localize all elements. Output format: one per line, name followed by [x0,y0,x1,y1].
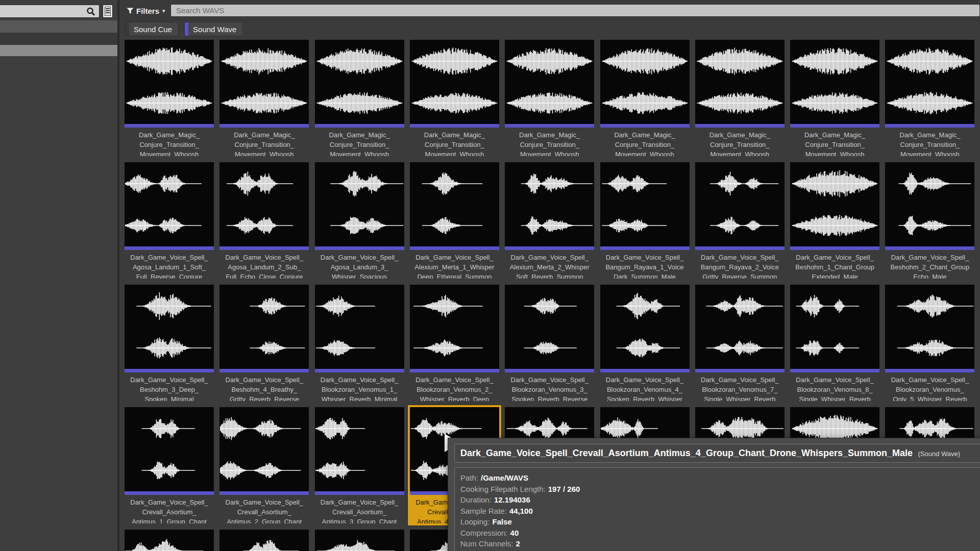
asset-tile[interactable]: Dark_Game_Voice_Spell_Agosa_Landum_3_Whi… [315,162,404,279]
asset-tile[interactable]: Dark_Game_Magic_Conjure_Transition_Movem… [600,40,690,156]
asset-tile[interactable]: Dark_Game_Voice_Spell_Crevall_Asortium_A… [315,407,404,523]
waveform-thumbnail [600,162,690,250]
asset-tile[interactable]: Dark_Game_Voice_Spell_Beshohm_3_Deep_Spo… [125,285,214,401]
waveform-thumbnail [315,40,404,128]
asset-type-color-bar [125,246,214,250]
waveform-thumbnail [695,162,785,250]
asset-tile[interactable]: Dark_Game_Magic_Conjure_Transition_Movem… [125,40,214,156]
asset-type-color-bar [505,369,594,372]
waveform-thumbnail [885,285,974,372]
waveform-thumbnail [125,285,214,372]
asset-type-color-bar [505,246,594,250]
asset-type-color-bar [885,246,974,250]
asset-label: Dark_Game_Magic_Conjure_Transition_Movem… [219,130,309,156]
asset-label: Dark_Game_Voice_Spell_Crevall_Asortium_A… [125,497,214,523]
tooltip-field-label: Duration: [460,495,492,504]
asset-tile[interactable]: Dark_Game_Magic_Conjure_Transition_Movem… [695,40,785,156]
asset-tile[interactable]: Dark_Game_Voice_Spell_Agosa_Landum_1_Sof… [125,162,214,279]
asset-tile[interactable]: Dark_Game_Voice_Spell_Blookzoran_Venomus… [600,285,690,401]
asset-tile[interactable]: Dark_Game_Magic_Conjure_Transition_Movem… [219,40,309,156]
asset-tile[interactable] [219,530,309,551]
waveform-thumbnail [410,162,499,250]
asset-tile[interactable]: Dark_Game_Voice_Spell_Agosa_Landum_2_Sub… [219,162,309,279]
asset-type-color-bar [315,491,404,495]
tooltip-field: Num Channels:2 [460,538,980,549]
waveform-thumbnail [315,162,404,250]
asset-tile[interactable]: Dark_Game_Voice_Spell_Blookzoran_Venomus… [505,285,594,401]
asset-tile[interactable]: Dark_Game_Magic_Conjure_Transition_Movem… [315,40,404,156]
asset-tooltip: Dark_Game_Voice_Spell_Crevall_Asortium_A… [448,438,980,551]
asset-tile[interactable]: Dark_Game_Voice_Spell_Blookzoran_Venomus… [695,285,785,401]
asset-label: Dark_Game_Voice_Spell_Beshohm_4_Breathy_… [219,375,309,401]
asset-type-color-bar [219,491,309,495]
asset-label: Dark_Game_Voice_Spell_Blookzoran_Venomus… [315,375,404,401]
asset-label: Dark_Game_Voice_Spell_Blookzoran_Venomus… [885,375,974,401]
asset-label: Dark_Game_Voice_Spell_Blookzoran_Venomus… [410,375,499,401]
asset-tile[interactable]: Dark_Game_Voice_Spell_Crevall_Asortium_A… [125,407,214,523]
waveform-thumbnail [505,285,594,372]
tooltip-field-value: 44,100 [509,507,533,515]
asset-tile[interactable]: Dark_Game_Voice_Spell_Beshohm_2_Chant_Gr… [885,162,974,279]
asset-label: Dark_Game_Voice_Spell_Beshohm_3_Deep_Spo… [125,375,214,401]
asset-type-color-bar [790,369,879,372]
asset-tile[interactable]: Dark_Game_Magic_Conjure_Transition_Movem… [410,40,499,156]
tooltip-field-value: 197 / 260 [548,485,580,493]
tooltip-field-label: Looping: [460,517,490,526]
asset-tile[interactable]: Dark_Game_Voice_Spell_Bangum_Rayava_1_Vo… [600,162,690,279]
asset-type-color-bar [410,124,499,128]
asset-type-color-bar [219,369,309,372]
asset-type-color-bar [695,124,785,128]
asset-label: Dark_Game_Magic_Conjure_Transition_Movem… [790,130,879,156]
tooltip-field-value: /Game/WAVS [481,473,528,482]
asset-tile[interactable] [315,530,404,551]
asset-tile[interactable]: Dark_Game_Voice_Spell_Blookzoran_Venomus… [790,285,879,401]
asset-type-color-bar [219,124,309,128]
asset-tile[interactable]: Dark_Game_Voice_Spell_Blookzoran_Venomus… [315,285,404,401]
asset-type-color-bar [505,124,594,128]
asset-type-color-bar [790,246,879,250]
asset-tile[interactable] [125,530,214,551]
asset-tile[interactable]: Dark_Game_Voice_Spell_Blookzoran_Venomus… [410,285,499,401]
tooltip-field: Duration:12.194036 [460,494,980,506]
waveform-thumbnail [505,40,594,128]
tooltip-asset-type: (Sound Wave) [918,450,960,458]
asset-tile[interactable]: Dark_Game_Magic_Conjure_Transition_Movem… [505,40,594,156]
waveform-thumbnail [790,40,879,128]
asset-label: Dark_Game_Magic_Conjure_Transition_Movem… [125,130,214,156]
asset-type-color-bar [600,369,690,372]
waveform-thumbnail [125,40,214,128]
asset-tile[interactable]: Dark_Game_Voice_Spell_Crevall_Asortium_A… [219,407,309,523]
asset-tile[interactable]: Dark_Game_Voice_Spell_Beshohm_4_Breathy_… [219,285,309,401]
asset-tile[interactable]: Dark_Game_Voice_Spell_Blookzoran_Venomus… [885,285,974,401]
asset-type-color-bar [315,369,404,372]
tooltip-field: Path:/Game/WAVS [460,472,980,484]
waveform-thumbnail [505,162,594,250]
tooltip-field-value: False [493,517,512,526]
asset-type-color-bar [125,369,214,372]
waveform-thumbnail [410,285,499,372]
asset-tile[interactable]: Dark_Game_Magic_Conjure_Transition_Movem… [885,40,974,156]
waveform-thumbnail [219,407,309,495]
waveform-thumbnail [125,162,214,250]
asset-label: Dark_Game_Voice_Spell_Bangum_Rayava_1_Vo… [600,253,690,279]
asset-label: Dark_Game_Voice_Spell_Beshohm_1_Chant_Gr… [790,253,879,279]
waveform-thumbnail [600,40,690,128]
asset-label: Dark_Game_Voice_Spell_Bangum_Rayava_2_Vo… [695,253,785,279]
waveform-thumbnail [790,285,879,372]
tooltip-field: Compression:40 [460,528,980,539]
asset-type-color-bar [125,124,214,128]
asset-tile[interactable]: Dark_Game_Magic_Conjure_Transition_Movem… [790,40,879,156]
tooltip-field-value: 12.194036 [494,495,530,504]
tooltip-field: Cooking Filepath Length:197 / 260 [460,484,980,495]
tooltip-field-label: Compression: [460,529,508,537]
asset-type-color-bar [790,124,879,128]
asset-tile[interactable]: Dark_Game_Voice_Spell_Alexium_Merta_2_Wh… [505,162,594,279]
asset-tile[interactable]: Dark_Game_Voice_Spell_Beshohm_1_Chant_Gr… [790,162,879,279]
asset-tile[interactable]: Dark_Game_Voice_Spell_Alexium_Merta_1_Wh… [410,162,499,279]
tooltip-field-value: 2 [516,539,520,548]
tooltip-field-label: Num Channels: [460,539,513,548]
asset-type-color-bar [600,246,690,250]
asset-label: Dark_Game_Voice_Spell_Alexium_Merta_2_Wh… [505,253,594,279]
asset-tile[interactable]: Dark_Game_Voice_Spell_Bangum_Rayava_2_Vo… [695,162,785,279]
asset-label: Dark_Game_Voice_Spell_Blookzoran_Venomus… [790,375,879,401]
